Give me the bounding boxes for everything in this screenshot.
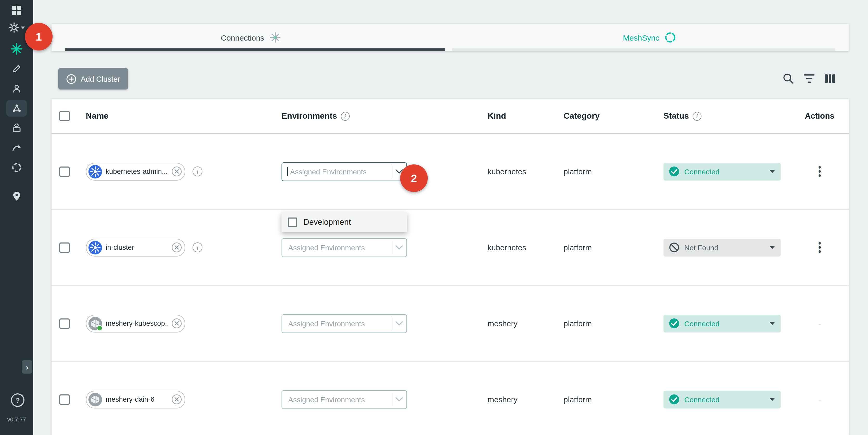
category-value: platform — [564, 243, 663, 252]
meshery-app: › ? v0.7.77 1 2 Connections MeshSync — [0, 0, 868, 435]
chevron-right-icon: › — [26, 363, 28, 371]
table-toolbar-icons — [782, 72, 837, 85]
sidebar: › ? v0.7.77 — [0, 0, 33, 435]
add-cluster-label: Add Cluster — [81, 75, 120, 83]
sidebar-expand-button[interactable]: › — [22, 360, 32, 374]
select-divider — [392, 165, 392, 178]
category-value: platform — [564, 395, 663, 404]
category-value: platform — [564, 167, 663, 176]
connection-name: in-cluster — [106, 244, 169, 251]
status-badge[interactable]: Connected — [663, 163, 781, 180]
extensions-icon[interactable] — [0, 158, 33, 178]
remove-connection-icon[interactable] — [171, 242, 182, 253]
users-icon[interactable] — [0, 79, 33, 98]
info-icon[interactable]: i — [192, 243, 203, 252]
row-checkbox[interactable] — [59, 242, 70, 253]
status-label: Not Found — [684, 243, 765, 252]
chevron-down-icon[interactable] — [395, 245, 403, 250]
row-checkbox[interactable] — [59, 394, 70, 405]
environment-option[interactable]: Development — [282, 212, 407, 232]
kind-value: meshery — [488, 319, 564, 328]
row-actions-menu-icon[interactable] — [816, 164, 823, 179]
filter-icon[interactable] — [802, 72, 816, 85]
caret-down-icon — [769, 321, 775, 325]
question-icon: ? — [16, 396, 20, 404]
connection-chip[interactable]: meshery-dain-6 — [86, 391, 185, 408]
row-checkbox[interactable] — [59, 166, 70, 177]
connections-tab-icon — [269, 32, 281, 43]
dashboard-icon[interactable] — [0, 1, 33, 20]
status-label: Connected — [684, 319, 765, 328]
plus-circle-icon — [66, 74, 76, 84]
configuration-icon[interactable] — [0, 59, 33, 79]
text-cursor — [287, 167, 288, 176]
service-mesh-icon[interactable] — [0, 98, 33, 118]
option-checkbox[interactable] — [288, 217, 297, 227]
status-label: Connected — [684, 395, 765, 404]
environments-select[interactable] — [282, 238, 407, 257]
tab-connections-label: Connections — [221, 33, 265, 42]
environments-input[interactable] — [287, 395, 389, 404]
select-divider — [392, 317, 392, 330]
remove-connection-icon[interactable] — [171, 394, 182, 405]
status-badge[interactable]: Not Found — [663, 239, 781, 256]
kubernetes-avatar-icon — [89, 165, 102, 178]
connections-table: Name Environments i Kind Category Status… — [52, 99, 849, 435]
help-button[interactable]: ? — [11, 393, 25, 407]
status-badge[interactable]: Connected — [663, 391, 781, 408]
remove-connection-icon[interactable] — [171, 318, 182, 329]
tab-meshsync[interactable]: MeshSync — [450, 24, 849, 51]
environments-select[interactable] — [282, 314, 407, 333]
header-kind: Kind — [488, 111, 564, 121]
environments-input[interactable] — [287, 319, 389, 328]
status-label: Connected — [684, 167, 765, 176]
view-columns-icon[interactable] — [823, 72, 837, 85]
online-status-dot — [97, 325, 102, 331]
caret-down-icon — [769, 169, 775, 173]
actions-empty: - — [818, 395, 821, 404]
connection-chip[interactable]: kubernetes-admin... — [86, 163, 185, 180]
toolbox-icon[interactable] — [0, 118, 33, 138]
connection-chip[interactable]: in-cluster — [86, 239, 185, 256]
performance-icon[interactable] — [0, 138, 33, 158]
connection-chip[interactable]: meshery-kubescop... — [86, 315, 185, 332]
environments-select[interactable] — [282, 390, 407, 409]
status-badge[interactable]: Connected — [663, 315, 781, 332]
select-all-checkbox[interactable] — [59, 111, 70, 121]
row-checkbox[interactable] — [59, 318, 70, 329]
header-name: Name — [86, 111, 282, 121]
caret-down-icon — [769, 398, 775, 401]
meshery-avatar-icon — [89, 317, 102, 330]
category-value: platform — [564, 319, 663, 328]
active-tab-indicator — [65, 49, 445, 51]
kind-value: kubernetes — [488, 167, 564, 176]
caret-down-icon — [769, 246, 775, 249]
chevron-down-icon[interactable] — [395, 321, 403, 326]
table-row: in-cluster i kubernetes platform — [52, 210, 849, 286]
meshsync-spinner-icon — [664, 32, 676, 43]
search-icon[interactable] — [782, 72, 795, 85]
environments-input[interactable] — [289, 167, 389, 176]
annotation-step-2: 2 — [400, 164, 428, 192]
environments-select[interactable] — [282, 162, 407, 181]
header-category: Category — [564, 111, 663, 121]
environments-input[interactable] — [287, 243, 389, 252]
remove-connection-icon[interactable] — [171, 166, 182, 177]
environments-info-icon[interactable]: i — [341, 112, 349, 120]
blocked-icon — [669, 242, 680, 253]
version-label: v0.7.77 — [0, 416, 33, 423]
status-info-icon[interactable]: i — [693, 112, 702, 120]
tab-connections[interactable]: Connections — [52, 24, 450, 51]
header-status: Status — [663, 111, 689, 121]
add-cluster-button[interactable]: Add Cluster — [58, 68, 128, 90]
location-pin-icon[interactable] — [0, 186, 33, 206]
row-actions-menu-icon[interactable] — [816, 240, 823, 255]
annotation-step-1: 1 — [25, 23, 53, 51]
chevron-down-icon[interactable] — [395, 397, 403, 402]
connection-name: meshery-kubescop... — [106, 319, 169, 327]
info-icon[interactable]: i — [192, 166, 203, 177]
kind-value: kubernetes — [488, 243, 564, 252]
meshery-avatar-icon — [89, 393, 102, 406]
check-circle-icon — [669, 318, 680, 329]
chevron-down-icon — [21, 26, 25, 29]
